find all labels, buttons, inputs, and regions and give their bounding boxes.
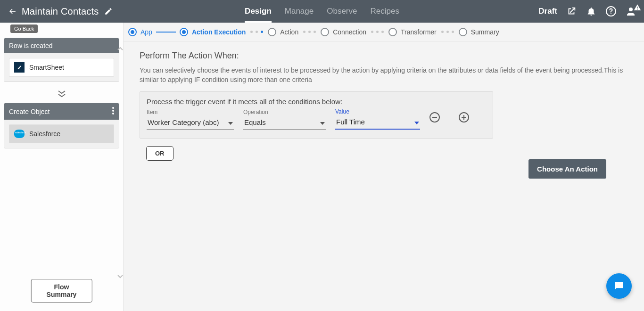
value-field: Value Full Time bbox=[335, 108, 420, 130]
section-heading: Perform The Action When: bbox=[140, 51, 628, 61]
top-right: Draft bbox=[538, 6, 636, 17]
flow-summary-button[interactable]: Flow Summary bbox=[31, 279, 92, 303]
scroll-down-caret-icon[interactable] bbox=[117, 272, 123, 281]
nav-observe[interactable]: Observe bbox=[327, 0, 357, 23]
value-select[interactable]: Full Time bbox=[335, 116, 420, 130]
page-title: Maintain Contacts bbox=[22, 6, 99, 17]
step-circle-icon bbox=[180, 28, 188, 36]
action-app-label: Salesforce bbox=[29, 130, 60, 138]
operation-field: Operation Equals bbox=[243, 109, 326, 130]
step-connector bbox=[156, 32, 176, 33]
nav-recipes[interactable]: Recipes bbox=[370, 0, 399, 23]
content: App Action Execution Action Connection T… bbox=[124, 23, 644, 311]
item-value: Worker Category (abc) bbox=[148, 118, 219, 126]
action-card-more-icon[interactable] bbox=[112, 107, 114, 116]
chevron-down-icon bbox=[228, 118, 233, 126]
section-description: You can selectively choose the events of… bbox=[140, 65, 625, 85]
flow-arrow-icon bbox=[4, 90, 119, 98]
value-label: Value bbox=[335, 108, 420, 115]
svg-point-5 bbox=[112, 107, 114, 109]
step-circle-icon bbox=[128, 28, 137, 36]
action-app-row[interactable]: Salesforce bbox=[9, 124, 114, 143]
step-app[interactable]: App bbox=[128, 28, 152, 36]
trigger-app-row[interactable]: ✓ SmartSheet bbox=[9, 58, 114, 77]
operation-value: Equals bbox=[244, 118, 266, 126]
scroll-up-caret-icon[interactable] bbox=[117, 44, 123, 53]
item-label: Item bbox=[147, 109, 234, 115]
svg-point-1 bbox=[611, 13, 611, 14]
step-dots-icon bbox=[303, 31, 316, 33]
or-button[interactable]: OR bbox=[146, 146, 173, 161]
svg-point-7 bbox=[112, 113, 114, 115]
step-dots-icon bbox=[371, 31, 384, 33]
add-condition-icon[interactable] bbox=[459, 112, 469, 123]
status-badge: Draft bbox=[538, 7, 557, 16]
chat-fab-icon[interactable] bbox=[606, 273, 632, 299]
user-avatar[interactable] bbox=[625, 6, 636, 17]
svg-rect-4 bbox=[637, 9, 637, 9]
top-bar: Maintain Contacts Design Manage Observe … bbox=[0, 0, 644, 23]
condition-row: Item Worker Category (abc) Operation Equ… bbox=[147, 108, 486, 130]
step-circle-icon bbox=[321, 28, 329, 36]
remove-condition-icon[interactable] bbox=[429, 112, 440, 123]
open-external-icon[interactable] bbox=[566, 6, 577, 17]
step-circle-icon bbox=[268, 28, 276, 36]
step-circle-icon bbox=[388, 28, 397, 36]
step-connection-label: Connection bbox=[333, 28, 366, 36]
step-circle-icon bbox=[459, 28, 467, 36]
nav-design[interactable]: Design bbox=[245, 0, 272, 23]
svg-rect-10 bbox=[462, 117, 466, 118]
help-icon[interactable] bbox=[605, 6, 617, 17]
salesforce-icon bbox=[14, 129, 25, 139]
step-action-execution-label: Action Execution bbox=[192, 28, 246, 36]
action-card-title: Create Object bbox=[9, 108, 50, 115]
svg-point-2 bbox=[629, 8, 633, 11]
step-action-execution[interactable]: Action Execution bbox=[180, 28, 246, 36]
step-dots-icon bbox=[250, 31, 263, 33]
main: Go Back Row is created ✓ SmartSheet Crea… bbox=[0, 23, 644, 311]
avatar-warning-icon bbox=[634, 4, 641, 13]
item-field: Item Worker Category (abc) bbox=[147, 109, 234, 130]
step-summary[interactable]: Summary bbox=[459, 28, 499, 36]
chevron-down-icon bbox=[320, 118, 325, 126]
svg-point-6 bbox=[112, 110, 114, 112]
step-connection[interactable]: Connection bbox=[321, 28, 366, 36]
step-dots-icon bbox=[441, 31, 454, 33]
item-select[interactable]: Worker Category (abc) bbox=[147, 116, 234, 130]
edit-title-icon[interactable] bbox=[104, 7, 113, 16]
step-action[interactable]: Action bbox=[268, 28, 298, 36]
sidebar: Go Back Row is created ✓ SmartSheet Crea… bbox=[0, 23, 124, 311]
trigger-card-title: Row is created bbox=[9, 42, 53, 49]
svg-rect-8 bbox=[432, 117, 437, 118]
go-back-tooltip: Go Back bbox=[10, 25, 38, 33]
value-value: Full Time bbox=[336, 118, 365, 126]
condition-box-title: Process the trigger event if it meets al… bbox=[147, 98, 486, 106]
choose-action-button[interactable]: Choose An Action bbox=[528, 159, 606, 179]
notifications-icon[interactable] bbox=[586, 6, 597, 17]
action-card[interactable]: Create Object Salesforce bbox=[4, 103, 119, 148]
stepper: App Action Execution Action Connection T… bbox=[124, 23, 644, 41]
operation-select[interactable]: Equals bbox=[243, 116, 326, 130]
nav-manage[interactable]: Manage bbox=[285, 0, 314, 23]
back-arrow-icon[interactable] bbox=[8, 6, 18, 16]
step-transformer[interactable]: Transformer bbox=[388, 28, 437, 36]
step-app-label: App bbox=[140, 28, 152, 36]
action-card-header: Create Object bbox=[4, 103, 119, 120]
chevron-down-icon bbox=[414, 118, 419, 126]
trigger-card[interactable]: Row is created ✓ SmartSheet bbox=[4, 38, 119, 82]
trigger-card-header: Row is created bbox=[4, 38, 119, 53]
smartsheet-icon: ✓ bbox=[14, 62, 25, 73]
trigger-app-label: SmartSheet bbox=[29, 64, 64, 71]
operation-label: Operation bbox=[243, 109, 326, 115]
step-summary-label: Summary bbox=[471, 28, 499, 36]
top-nav: Design Manage Observe Recipes bbox=[245, 0, 399, 23]
svg-rect-3 bbox=[637, 7, 637, 8]
step-action-label: Action bbox=[280, 28, 298, 36]
content-body: Perform The Action When: You can selecti… bbox=[124, 41, 644, 170]
step-transformer-label: Transformer bbox=[401, 28, 437, 36]
condition-box: Process the trigger event if it meets al… bbox=[140, 91, 493, 139]
